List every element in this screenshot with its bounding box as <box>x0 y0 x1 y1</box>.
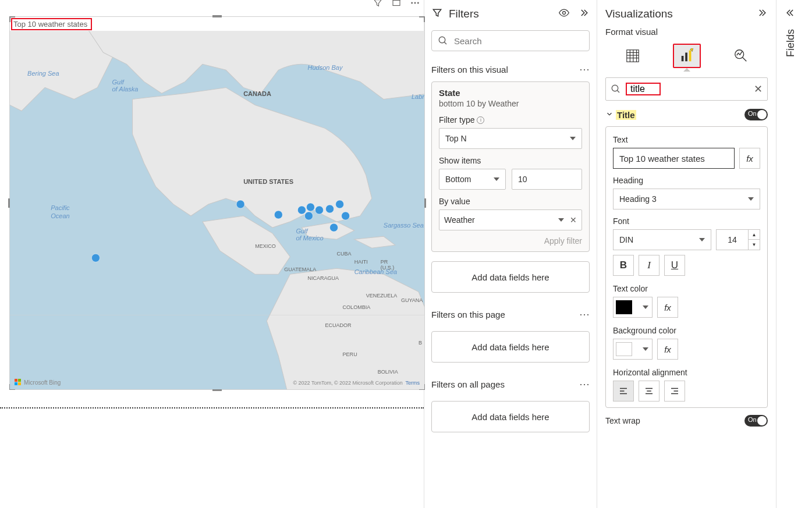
fx-button[interactable]: fx <box>657 339 678 360</box>
svg-point-29 <box>236 200 244 208</box>
fields-label[interactable]: Fields <box>785 29 797 57</box>
svg-point-37 <box>336 200 344 208</box>
terms-link[interactable]: Terms <box>406 380 420 386</box>
chevron-down-icon <box>748 197 754 201</box>
resize-handle-tr[interactable] <box>419 16 425 22</box>
svg-text:Sargasso Sea: Sargasso Sea <box>384 222 424 229</box>
map-visual[interactable]: Top 10 weather states Bering Sea Gulfof … <box>9 16 425 390</box>
map-attribution: Microsoft Bing <box>15 379 61 386</box>
viz-header: Visualizations <box>597 7 776 24</box>
filters-on-all-pages-header: Filters on all pages ⋯ <box>424 370 597 394</box>
format-visual-tab[interactable] <box>673 44 701 68</box>
title-text-input[interactable]: Top 10 weather states <box>613 148 735 169</box>
eye-icon[interactable] <box>558 7 570 21</box>
svg-text:GUYANA: GUYANA <box>401 297 423 303</box>
svg-point-1 <box>412 2 413 3</box>
by-value-field-well[interactable]: Weather ✕ <box>439 209 582 230</box>
add-fields-allpages[interactable]: Add data fields here <box>431 401 590 432</box>
svg-point-38 <box>342 212 350 220</box>
map-visual-container: Top 10 weather states Bering Sea Gulfof … <box>0 0 424 407</box>
focus-mode-icon[interactable] <box>391 0 402 10</box>
apply-filter-link[interactable]: Apply filter <box>439 236 582 246</box>
filter-type-select[interactable]: Top N <box>439 128 582 149</box>
filters-on-visual-header: Filters on this visual ⋯ <box>424 55 597 79</box>
search-icon <box>611 84 621 94</box>
align-left-button[interactable] <box>613 381 634 402</box>
align-center-button[interactable] <box>639 381 659 402</box>
format-search[interactable]: ✕ <box>605 77 768 101</box>
chevron-down-icon <box>643 347 648 351</box>
search-icon <box>438 35 448 46</box>
svg-text:VENEZUELA: VENEZUELA <box>366 293 398 299</box>
more-options-icon[interactable]: ⋯ <box>579 378 590 390</box>
filter-card-state[interactable]: State bottom 10 by Weather Filter typei … <box>431 81 590 252</box>
font-label: Font <box>613 216 760 226</box>
map-canvas[interactable]: Bering Sea Gulfof Alaska Hudson Bay Labr… <box>10 31 424 389</box>
chevron-down-icon <box>558 218 564 222</box>
page-divider <box>0 407 424 408</box>
more-options-icon[interactable] <box>410 0 420 10</box>
decrement-icon[interactable]: ▼ <box>749 240 760 250</box>
collapse-icon[interactable] <box>756 7 768 21</box>
chevron-down-icon <box>570 137 576 140</box>
title-properties: Text Top 10 weather states fx Heading He… <box>605 126 768 408</box>
collapse-icon[interactable] <box>578 7 590 21</box>
tab-indicator <box>683 68 690 72</box>
bold-button[interactable]: B <box>613 255 634 276</box>
fields-pane-collapsed: Fields <box>776 0 804 508</box>
svg-rect-50 <box>689 51 691 62</box>
svg-rect-0 <box>393 1 400 6</box>
svg-text:ECUADOR: ECUADOR <box>325 322 352 328</box>
italic-button[interactable]: I <box>639 255 659 276</box>
svg-text:PacificOcean: PacificOcean <box>51 204 70 219</box>
more-options-icon[interactable]: ⋯ <box>579 308 590 321</box>
chevron-down-icon <box>605 110 614 120</box>
fx-button[interactable]: fx <box>739 148 760 169</box>
filters-header: Filters <box>424 7 597 27</box>
text-color-label: Text color <box>613 284 760 293</box>
svg-text:CANADA: CANADA <box>243 90 271 97</box>
increment-icon[interactable]: ▲ <box>749 230 760 240</box>
filters-search[interactable] <box>431 30 590 51</box>
show-items-count-input[interactable]: 10 <box>512 169 582 190</box>
align-right-button[interactable] <box>664 381 685 402</box>
show-items-label: Show items <box>439 156 481 165</box>
svg-point-28 <box>91 254 100 262</box>
clear-field-icon[interactable]: ✕ <box>570 215 577 225</box>
format-search-input[interactable] <box>630 84 656 94</box>
expand-icon[interactable] <box>785 7 796 21</box>
heading-select[interactable]: Heading 3 <box>613 189 760 209</box>
build-visual-tab[interactable] <box>619 44 647 68</box>
svg-text:NICARAGUA: NICARAGUA <box>307 275 339 281</box>
title-toggle[interactable]: On <box>744 109 768 120</box>
fx-button[interactable]: fx <box>657 297 678 318</box>
text-wrap-toggle[interactable]: On <box>744 415 768 427</box>
svg-text:UNITED STATES: UNITED STATES <box>243 178 293 185</box>
text-color-picker[interactable] <box>613 297 653 318</box>
chevron-down-icon <box>699 238 705 241</box>
svg-point-2 <box>414 2 416 3</box>
filter-field-name: State <box>439 88 582 98</box>
svg-text:HAITI: HAITI <box>354 259 368 265</box>
title-section-header[interactable]: Title On <box>597 105 776 124</box>
info-icon[interactable]: i <box>477 116 484 124</box>
filters-search-input[interactable] <box>454 36 583 46</box>
bg-color-picker[interactable] <box>613 339 653 360</box>
filter-icon[interactable] <box>373 0 383 10</box>
map-title: Top 10 weather states <box>11 18 92 30</box>
filters-title: Filters <box>449 8 558 20</box>
filter-summary: bottom 10 by Weather <box>439 99 582 108</box>
add-fields-visual[interactable]: Add data fields here <box>431 261 590 293</box>
svg-rect-49 <box>685 52 687 61</box>
show-items-direction-select[interactable]: Bottom <box>439 169 506 190</box>
underline-button[interactable]: U <box>664 255 685 276</box>
label-bering-sea: Bering Sea <box>27 70 59 77</box>
font-size-spinner[interactable]: 14 ▲▼ <box>716 229 760 250</box>
visual-toolbar <box>373 0 420 10</box>
resize-handle-top[interactable] <box>212 15 222 17</box>
add-fields-page[interactable]: Add data fields here <box>431 331 590 363</box>
more-options-icon[interactable]: ⋯ <box>579 63 590 76</box>
analytics-tab[interactable] <box>727 44 755 68</box>
font-family-select[interactable]: DIN <box>613 229 711 250</box>
clear-search-icon[interactable]: ✕ <box>754 83 763 95</box>
